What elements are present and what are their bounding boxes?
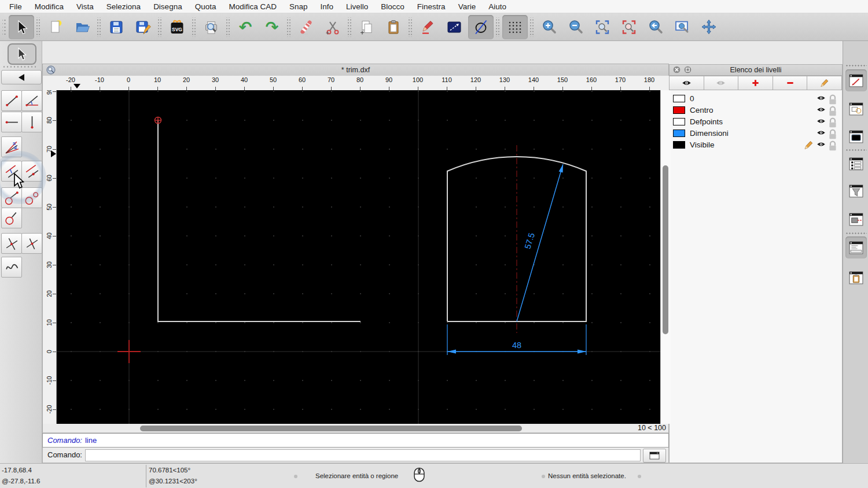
layer-visibility-eye-icon[interactable] <box>816 141 826 149</box>
toolbar-zoom-previous-button[interactable] <box>643 15 668 39</box>
layer-name[interactable]: Centro <box>690 106 713 114</box>
layer-visibility-eye-icon[interactable] <box>816 106 826 114</box>
toolbar-zoom-in-button[interactable] <box>536 15 562 39</box>
layer-visibility-eye-icon[interactable] <box>816 129 826 137</box>
layer-lock-icon[interactable] <box>828 129 837 137</box>
dock-selection-filter-button[interactable] <box>845 180 867 202</box>
hide-all-layers-button[interactable] <box>704 76 739 90</box>
toolbar-zoom-redraw-button[interactable] <box>616 15 642 39</box>
command-input[interactable] <box>85 449 641 461</box>
toolbar-zoom-auto-button[interactable] <box>590 15 615 39</box>
vertical-scrollbar-thumb[interactable] <box>663 165 668 334</box>
menu-seleziona[interactable]: Seleziona <box>106 2 141 11</box>
layer-row-dimensioni[interactable]: Dimensioni <box>670 127 842 139</box>
menu-finestra[interactable]: Finestra <box>417 2 446 11</box>
toolbar-redo-button[interactable]: ↷ <box>259 15 285 39</box>
layer-row-visibile[interactable]: Visibile <box>670 139 842 150</box>
layer-name[interactable]: Defpoints <box>690 117 723 126</box>
layer-visibility-eye-icon[interactable] <box>816 94 826 102</box>
layer-color-swatch[interactable] <box>673 106 685 114</box>
toolbar-zoom-window-button[interactable] <box>670 15 695 39</box>
layer-color-swatch[interactable] <box>673 118 685 125</box>
menu-vista[interactable]: Vista <box>76 2 94 11</box>
layer-name[interactable]: Visibile <box>690 141 715 149</box>
dock-block-insert-button[interactable] <box>845 208 867 230</box>
layer-color-swatch[interactable] <box>673 95 685 102</box>
toolbar-toggle-grid-button[interactable] <box>502 15 528 39</box>
menu-disegna[interactable]: Disegna <box>153 2 182 11</box>
tool-line-two-points-button[interactable] <box>1 90 22 111</box>
toolbar-save-as-button[interactable] <box>130 15 156 39</box>
layer-lock-icon[interactable] <box>828 141 837 149</box>
close-icon[interactable] <box>673 66 681 73</box>
edit-layer-button[interactable] <box>807 76 842 90</box>
dock-library-browser-button[interactable] <box>845 125 867 147</box>
toolbar-cut-button[interactable] <box>320 15 345 39</box>
horizontal-scrollbar-thumb[interactable] <box>140 426 522 431</box>
toolbar-select-button[interactable] <box>9 15 34 39</box>
layer-visibility-eye-icon[interactable] <box>816 117 826 125</box>
toolbar-paste-button[interactable] <box>381 15 406 39</box>
toolbar-line-properties-button[interactable] <box>442 15 467 39</box>
dock-property-editor-button[interactable] <box>845 69 867 91</box>
tool-line-relative-angle-button[interactable] <box>1 233 22 254</box>
tool-line-parallel-point-button[interactable] <box>1 161 22 182</box>
tool-line-vertical-button[interactable] <box>21 112 42 132</box>
add-layer-button[interactable] <box>738 76 773 90</box>
tool-line-tangent-circles-button[interactable] <box>21 187 42 208</box>
toolbar-open-drawing-button[interactable] <box>69 15 95 39</box>
tool-line-orthogonal-circle-button[interactable] <box>1 208 22 228</box>
tool-line-parallel-button[interactable] <box>21 161 42 182</box>
toolbar-export-svg-button[interactable]: SVG <box>164 15 190 39</box>
layer-name[interactable]: Dimensioni <box>690 129 729 138</box>
tool-line-orthogonal-button[interactable] <box>21 233 42 254</box>
tool-line-freehand-button[interactable] <box>1 257 22 278</box>
tool-line-horizontal-button[interactable] <box>1 112 22 132</box>
menu-blocco[interactable]: Blocco <box>381 2 404 11</box>
toolbar-copy-button[interactable] <box>354 15 380 39</box>
menu-aiuto[interactable]: Aiuto <box>488 2 506 11</box>
show-all-layers-button[interactable] <box>669 76 704 90</box>
toolbar-ellipse-line-button[interactable] <box>468 15 494 39</box>
dock-block-list-button[interactable] <box>845 98 867 120</box>
toolbar-delete-button[interactable] <box>293 15 319 39</box>
panel-drag-handle[interactable] <box>2 65 38 69</box>
tool-line-tangent-point-button[interactable] <box>1 187 22 208</box>
layer-color-swatch[interactable] <box>673 130 685 137</box>
tool-line-bisector-button[interactable] <box>1 136 22 157</box>
toolbar-zoom-out-button[interactable] <box>563 15 589 39</box>
drawing-canvas[interactable]: 57.5 48 <box>57 90 660 424</box>
menu-modifica[interactable]: Modifica <box>35 2 64 11</box>
menu-varie[interactable]: Varie <box>458 2 476 11</box>
menu-info[interactable]: Info <box>321 2 334 11</box>
back-to-main-tools-button[interactable] <box>1 70 42 84</box>
toolbar-undo-button[interactable]: ↶ <box>233 15 258 39</box>
detach-command-widget-button[interactable] <box>643 449 666 463</box>
radial-dimension[interactable]: 57.5 <box>517 164 563 321</box>
layer-row-centro[interactable]: Centro <box>670 104 842 116</box>
layer-lock-icon[interactable] <box>828 94 837 102</box>
toolbar-print-preview-button[interactable] <box>198 15 224 39</box>
layer-row-0[interactable]: 0 <box>670 93 842 104</box>
layer-color-swatch[interactable] <box>673 141 685 149</box>
layer-lock-icon[interactable] <box>828 106 837 114</box>
menu-snap[interactable]: Snap <box>289 2 308 11</box>
remove-layer-button[interactable] <box>773 76 808 90</box>
select-tool-button[interactable] <box>8 43 36 65</box>
toolbar-drag-handle[interactable] <box>2 17 7 37</box>
toolbar-new-drawing-button[interactable] <box>43 15 68 39</box>
document-titlebar[interactable]: * trim.dxf <box>42 64 669 76</box>
detach-icon[interactable] <box>684 66 692 73</box>
dock-clipboard-widget-button[interactable] <box>845 267 867 289</box>
layer-row-defpoints[interactable]: Defpoints <box>670 116 842 127</box>
menu-livello[interactable]: Livello <box>346 2 368 11</box>
tool-line-angle-button[interactable] <box>21 90 42 111</box>
layer-name[interactable]: 0 <box>690 94 694 103</box>
layers-panel-titlebar[interactable]: Elenco dei livelli <box>669 64 843 76</box>
toolbar-edit-attributes-button[interactable] <box>415 15 440 39</box>
menu-modifica-cad[interactable]: Modifica CAD <box>229 2 277 11</box>
l-shape-lines[interactable] <box>158 120 361 321</box>
menu-quota[interactable]: Quota <box>195 2 216 11</box>
toolbar-zoom-pan-button[interactable] <box>696 15 722 39</box>
horizontal-scrollbar[interactable]: 10 < 100 <box>42 424 669 434</box>
